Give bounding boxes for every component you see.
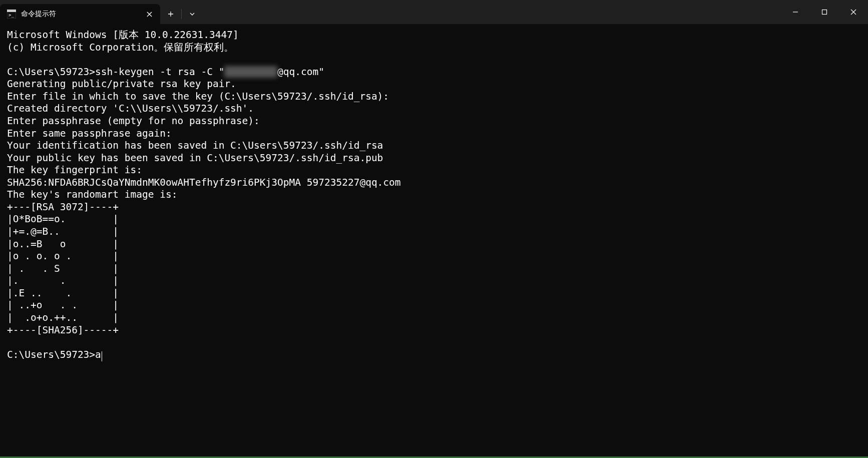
terminal-line: Enter passphrase (empty for no passphras… [7, 115, 861, 128]
terminal-line: +---[RSA 3072]----+ [7, 201, 861, 214]
terminal-line: Your identification has been saved in C:… [7, 140, 861, 152]
svg-rect-1 [7, 10, 16, 12]
terminal-line: The key's randomart image is: [7, 189, 861, 201]
terminal-line: C:\Users\59723>ssh-keygen -t rsa -C "XXX… [7, 66, 861, 79]
terminal-line: Enter same passphrase again: [7, 128, 861, 140]
terminal-line: The key fingerprint is: [7, 164, 861, 177]
terminal-line: |+=.@=B.. | [7, 226, 861, 238]
window-controls [781, 0, 868, 24]
terminal-line: Enter file in which to save the key (C:\… [7, 91, 861, 103]
text-cursor [102, 351, 102, 361]
terminal-line: Created directory 'C:\\Users\\59723/.ssh… [7, 103, 861, 115]
cmd-icon: >_ [7, 10, 16, 19]
terminal-line: |. . | [7, 275, 861, 287]
titlebar: >_ 命令提示符 [0, 0, 868, 24]
terminal-line: |O*BoB==o. | [7, 213, 861, 226]
svg-text:>_: >_ [9, 13, 14, 18]
terminal-line: |.E .. . | [7, 287, 861, 300]
minimize-button[interactable] [781, 0, 810, 24]
terminal-line: |o..=B o | [7, 238, 861, 251]
maximize-button[interactable] [810, 0, 839, 24]
terminal-line: Generating public/private rsa key pair. [7, 78, 861, 91]
terminal-line: C:\Users\59723>a [7, 349, 861, 361]
redacted-text: XXXXXXXXX [224, 66, 277, 78]
titlebar-drag-region[interactable] [203, 0, 781, 24]
new-tab-dropdown[interactable] [182, 7, 203, 22]
terminal-line: Your public key has been saved in C:\Use… [7, 152, 861, 165]
terminal-line [7, 336, 861, 349]
terminal-line [7, 54, 861, 66]
terminal-line: | . . S | [7, 263, 861, 275]
terminal-line: +----[SHA256]-----+ [7, 324, 861, 337]
tab-active[interactable]: >_ 命令提示符 [0, 4, 160, 24]
terminal-line: SHA256:NFDA6BRJCsQaYNmdnMK0owAHTefhyfz9r… [7, 177, 861, 189]
terminal-output[interactable]: Microsoft Windows [版本 10.0.22631.3447](c… [0, 24, 868, 366]
terminal-line: |o . o. o . | [7, 250, 861, 263]
terminal-line: | ..+o . . | [7, 299, 861, 312]
svg-rect-3 [822, 10, 827, 15]
close-button[interactable] [839, 0, 868, 24]
terminal-line: (c) Microsoft Corporation。保留所有权利。 [7, 42, 861, 54]
newtab-area [160, 4, 203, 24]
tab-title: 命令提示符 [21, 10, 138, 19]
new-tab-button[interactable] [160, 7, 181, 22]
tab-close-button[interactable] [143, 8, 155, 20]
terminal-line: Microsoft Windows [版本 10.0.22631.3447] [7, 29, 861, 42]
terminal-line: | .o+o.++.. | [7, 312, 861, 324]
